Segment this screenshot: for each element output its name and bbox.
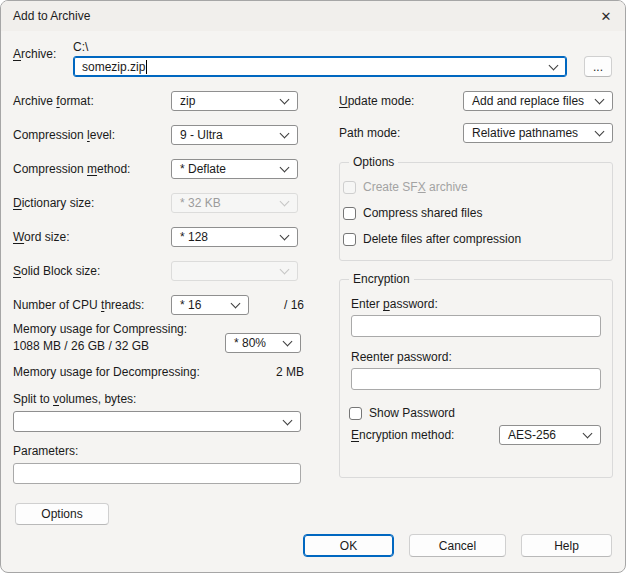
compression-method-label: Compression method: [13, 162, 130, 176]
word-size-combobox[interactable]: * 128 [171, 227, 298, 247]
create-sfx-checkbox: Create SFX archive [343, 179, 468, 195]
close-icon: ✕ [601, 9, 612, 24]
chevron-down-icon [280, 197, 290, 207]
memory-compress-label: Memory usage for Compressing: [13, 322, 187, 336]
solid-block-size-label: Solid Block size: [13, 264, 100, 278]
dictionary-size-value: * 32 KB [180, 196, 221, 210]
path-mode-label: Path mode: [339, 126, 400, 140]
chevron-down-icon [283, 415, 293, 425]
enter-password-label: Enter password: [351, 297, 438, 311]
chevron-down-icon [595, 95, 605, 105]
create-sfx-label: Create SFX archive [363, 180, 468, 194]
chevron-down-icon [549, 60, 559, 70]
update-mode-value: Add and replace files [472, 94, 584, 108]
path-mode-value: Relative pathnames [472, 126, 578, 140]
options-group-legend: Options [349, 155, 398, 169]
compression-level-value: 9 - Ultra [180, 128, 223, 142]
checkbox-icon [343, 233, 356, 246]
memory-decompress-value: 2 MB [261, 365, 304, 379]
cpu-threads-value: * 16 [180, 298, 201, 312]
chevron-down-icon [283, 337, 293, 347]
browse-button[interactable]: ... [584, 56, 612, 77]
parameters-input[interactable] [13, 463, 301, 484]
encryption-method-label: Encryption method: [351, 428, 454, 442]
split-volumes-label: Split to volumes, bytes: [13, 392, 136, 406]
delete-after-checkbox[interactable]: Delete files after compression [343, 231, 521, 247]
compression-method-combobox[interactable]: * Deflate [171, 159, 298, 179]
checkbox-icon [349, 407, 362, 420]
archive-name-value: somezip.zip [82, 60, 145, 74]
word-size-label: Word size: [13, 230, 69, 244]
window-title: Add to Archive [13, 9, 90, 23]
chevron-down-icon [280, 231, 290, 241]
chevron-down-icon [595, 127, 605, 137]
checkbox-icon [343, 181, 356, 194]
close-button[interactable]: ✕ [593, 5, 619, 27]
delete-after-label: Delete files after compression [363, 232, 521, 246]
archive-dir-label: C:\ [73, 40, 88, 54]
compression-level-combobox[interactable]: 9 - Ultra [171, 125, 298, 145]
reenter-password-label: Reenter password: [351, 350, 452, 364]
archive-format-combobox[interactable]: zip [171, 91, 298, 111]
encryption-method-combobox[interactable]: AES-256 [499, 425, 601, 445]
ok-button[interactable]: OK [303, 534, 394, 557]
show-password-label: Show Password [369, 406, 455, 420]
compression-method-value: * Deflate [180, 162, 226, 176]
help-button[interactable]: Help [521, 534, 612, 557]
path-mode-combobox[interactable]: Relative pathnames [463, 123, 613, 143]
checkbox-icon [343, 207, 356, 220]
show-password-checkbox[interactable]: Show Password [349, 405, 455, 421]
chevron-down-icon [280, 95, 290, 105]
parameters-label: Parameters: [13, 444, 78, 458]
memory-compress-value: * 80% [234, 336, 266, 350]
chevron-down-icon [280, 129, 290, 139]
chevron-down-icon [280, 163, 290, 173]
memory-compress-detail: 1088 MB / 26 GB / 32 GB [13, 339, 149, 353]
cpu-threads-label: Number of CPU threads: [13, 298, 144, 312]
chevron-down-icon [583, 429, 593, 439]
memory-decompress-label: Memory usage for Decompressing: [13, 365, 200, 379]
archive-format-value: zip [180, 94, 195, 108]
cpu-threads-combobox[interactable]: * 16 [171, 295, 249, 315]
archive-label: Archive: [13, 47, 56, 61]
memory-compress-combobox[interactable]: * 80% [225, 333, 301, 353]
compress-shared-label: Compress shared files [363, 206, 482, 220]
chevron-down-icon [231, 299, 241, 309]
split-volumes-combobox[interactable] [13, 411, 301, 432]
update-mode-combobox[interactable]: Add and replace files [463, 91, 613, 111]
title-bar: Add to Archive [1, 1, 625, 31]
reenter-password-input[interactable] [351, 368, 601, 390]
word-size-value: * 128 [180, 230, 208, 244]
archive-name-combobox[interactable]: somezip.zip [73, 56, 567, 77]
encryption-group-legend: Encryption [349, 272, 414, 286]
encryption-method-value: AES-256 [508, 428, 556, 442]
solid-block-size-combobox [171, 261, 298, 281]
dictionary-size-label: Dictionary size: [13, 196, 94, 210]
cancel-button[interactable]: Cancel [409, 534, 506, 557]
compression-level-label: Compression level: [13, 128, 115, 142]
update-mode-label: Update mode: [339, 94, 414, 108]
archive-format-label: Archive format: [13, 94, 94, 108]
text-caret [146, 60, 147, 74]
cpu-threads-max-label: / 16 [276, 298, 304, 312]
options-button[interactable]: Options [15, 503, 109, 525]
compress-shared-checkbox[interactable]: Compress shared files [343, 205, 482, 221]
enter-password-input[interactable] [351, 315, 601, 337]
chevron-down-icon [280, 265, 290, 275]
dictionary-size-combobox: * 32 KB [171, 193, 298, 213]
add-to-archive-dialog: Add to Archive ✕ Archive: C:\ somezip.zi… [0, 0, 626, 573]
